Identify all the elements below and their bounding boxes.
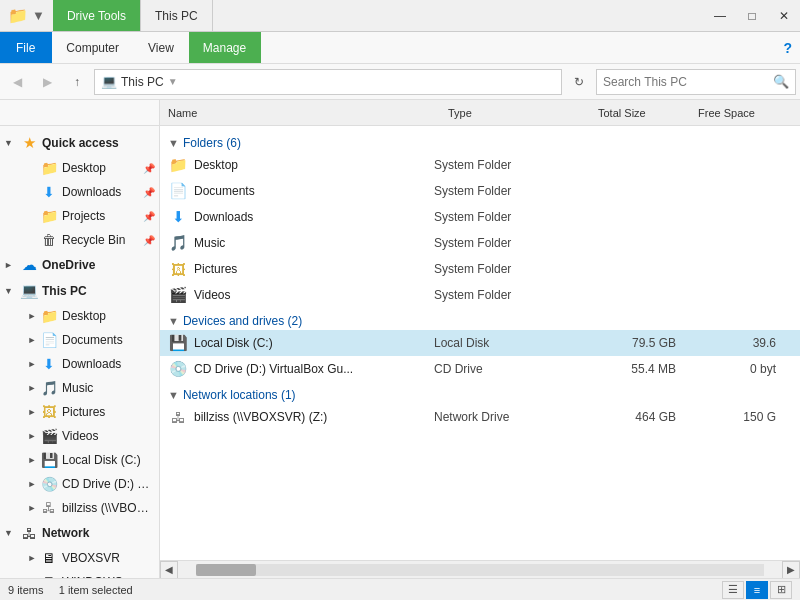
minimize-button[interactable]: — <box>704 0 736 31</box>
status-items-count: 9 items 1 item selected <box>8 584 722 596</box>
up-button[interactable]: ↑ <box>64 69 90 95</box>
tab-this-pc-title[interactable]: This PC <box>141 0 213 31</box>
path-chevron: ▼ <box>168 76 178 87</box>
local-disk-icon: 💾 <box>40 451 58 469</box>
col-header-free-space[interactable]: Free Space <box>690 100 790 125</box>
main-area: ▼ ★ Quick access 📁 Desktop 📌 ⬇ Downloads… <box>0 126 800 578</box>
forward-button[interactable]: ▶ <box>34 69 60 95</box>
cd-drive-row-name: CD Drive (D:) VirtualBox Gu... <box>194 362 434 376</box>
sidebar-item-recycle[interactable]: 🗑 Recycle Bin 📌 <box>0 228 159 252</box>
group-header-folders[interactable]: ▼ Folders (6) <box>160 130 800 152</box>
quick-access-icon: ▼ <box>32 8 45 23</box>
items-selected: 1 item selected <box>59 584 133 596</box>
search-input[interactable] <box>603 75 769 89</box>
ribbon-help-button[interactable]: ? <box>775 32 800 63</box>
pc-desktop-expand: ► <box>24 311 40 321</box>
col-header-name[interactable]: Name <box>160 100 440 125</box>
cd-expand: ► <box>24 479 40 489</box>
sidebar-item-pc-videos[interactable]: ► 🎬 Videos <box>0 424 159 448</box>
sidebar-section-this-pc[interactable]: ▼ 💻 This PC <box>0 278 159 304</box>
recycle-label: Recycle Bin <box>62 233 141 247</box>
pictures-row-icon: 🖼 <box>168 259 188 279</box>
group-header-network[interactable]: ▼ Network locations (1) <box>160 382 800 404</box>
list-item[interactable]: 📁 Desktop System Folder <box>160 152 800 178</box>
sidebar-item-windows[interactable]: ► 🖥 WINDOWS <box>0 570 159 578</box>
address-path[interactable]: 💻 This PC ▼ <box>94 69 562 95</box>
list-item[interactable]: 🖧 billziss (\\VBOXSVR) (Z:) Network Driv… <box>160 404 800 430</box>
downloads-pin: 📌 <box>143 187 155 198</box>
sidebar-item-pc-desktop[interactable]: ► 📁 Desktop <box>0 304 159 328</box>
sidebar-item-billziss[interactable]: ► 🖧 billziss (\\VBOXS... <box>0 496 159 520</box>
pc-desktop-icon: 📁 <box>40 307 58 325</box>
billziss-expand: ► <box>24 503 40 513</box>
sidebar-item-desktop[interactable]: 📁 Desktop 📌 <box>0 156 159 180</box>
sidebar-item-pc-documents[interactable]: ► 📄 Documents <box>0 328 159 352</box>
downloads-row-name: Downloads <box>194 210 434 224</box>
sidebar-section-quick-access[interactable]: ▼ ★ Quick access <box>0 130 159 156</box>
cd-drive-row-free: 0 byt <box>684 362 784 376</box>
sidebar-item-local-disk[interactable]: ► 💾 Local Disk (C:) <box>0 448 159 472</box>
sidebar-item-vboxsvr[interactable]: ► 🖥 VBOXSVR <box>0 546 159 570</box>
pc-docs-expand: ► <box>24 335 40 345</box>
folder-icon: 📁 <box>8 6 28 25</box>
group-header-devices[interactable]: ▼ Devices and drives (2) <box>160 308 800 330</box>
ribbon-manage-tab[interactable]: Manage <box>189 32 261 63</box>
list-item[interactable]: 💾 Local Disk (C:) Local Disk 79.5 GB 39.… <box>160 330 800 356</box>
view-list-button[interactable]: ☰ <box>722 581 744 599</box>
list-item[interactable]: 🎬 Videos System Folder <box>160 282 800 308</box>
col-header-type[interactable]: Type <box>440 100 590 125</box>
horizontal-scrollbar[interactable]: ◀ ▶ <box>160 560 800 578</box>
sidebar-item-pc-pictures[interactable]: ► 🖼 Pictures <box>0 400 159 424</box>
search-box[interactable]: 🔍 <box>596 69 796 95</box>
cd-drive-row-type: CD Drive <box>434 362 584 376</box>
maximize-button[interactable]: □ <box>736 0 768 31</box>
sidebar-item-projects[interactable]: 📁 Projects 📌 <box>0 204 159 228</box>
sidebar-item-pc-downloads[interactable]: ► ⬇ Downloads <box>0 352 159 376</box>
list-item[interactable]: 🖼 Pictures System Folder <box>160 256 800 282</box>
sidebar-item-cd-drive[interactable]: ► 💿 CD Drive (D:) Vir... <box>0 472 159 496</box>
hscroll-thumb[interactable] <box>196 564 256 576</box>
list-item[interactable]: ⬇ Downloads System Folder <box>160 204 800 230</box>
close-button[interactable]: ✕ <box>768 0 800 31</box>
ribbon-file-tab[interactable]: File <box>0 32 52 63</box>
desktop-pin: 📌 <box>143 163 155 174</box>
back-button[interactable]: ◀ <box>4 69 30 95</box>
ribbon-view-tab[interactable]: View <box>134 32 189 63</box>
network-icon: 🖧 <box>20 524 38 542</box>
pc-docs-icon: 📄 <box>40 331 58 349</box>
sidebar-item-downloads[interactable]: ⬇ Downloads 📌 <box>0 180 159 204</box>
vboxsvr-expand: ► <box>24 553 40 563</box>
hscroll-right-arrow[interactable]: ▶ <box>782 561 800 579</box>
ribbon-computer-tab[interactable]: Computer <box>52 32 134 63</box>
tab-drive-tools[interactable]: Drive Tools <box>53 0 141 31</box>
view-details-button[interactable]: ≡ <box>746 581 768 599</box>
devices-group-title: Devices and drives (2) <box>183 314 302 328</box>
column-headers: Name Type Total Size Free Space <box>160 100 800 126</box>
pc-downloads-label: Downloads <box>62 357 155 371</box>
status-bar: 9 items 1 item selected ☰ ≡ ⊞ <box>0 578 800 600</box>
downloads-label: Downloads <box>62 185 141 199</box>
cd-drive-row-size: 55.4 MB <box>584 362 684 376</box>
sidebar-section-onedrive[interactable]: ► ☁ OneDrive <box>0 252 159 278</box>
hscroll-left-arrow[interactable]: ◀ <box>160 561 178 579</box>
sidebar-item-pc-music[interactable]: ► 🎵 Music <box>0 376 159 400</box>
pc-pictures-expand: ► <box>24 407 40 417</box>
billziss-row-icon: 🖧 <box>168 407 188 427</box>
recycle-icon: 🗑 <box>40 231 58 249</box>
view-grid-button[interactable]: ⊞ <box>770 581 792 599</box>
local-disk-row-name: Local Disk (C:) <box>194 336 434 350</box>
pc-desktop-label: Desktop <box>62 309 155 323</box>
pc-music-expand: ► <box>24 383 40 393</box>
network-expand-icon: ▼ <box>4 528 20 538</box>
list-item[interactable]: 💿 CD Drive (D:) VirtualBox Gu... CD Driv… <box>160 356 800 382</box>
onedrive-icon: ☁ <box>20 256 38 274</box>
sidebar-section-network[interactable]: ▼ 🖧 Network <box>0 520 159 546</box>
list-item[interactable]: 📄 Documents System Folder <box>160 178 800 204</box>
status-view-controls: ☰ ≡ ⊞ <box>722 581 792 599</box>
refresh-button[interactable]: ↻ <box>566 69 592 95</box>
list-item[interactable]: 🎵 Music System Folder <box>160 230 800 256</box>
folders-chevron-icon: ▼ <box>168 137 179 149</box>
col-header-total-size[interactable]: Total Size <box>590 100 690 125</box>
local-disk-expand: ► <box>24 455 40 465</box>
pictures-row-name: Pictures <box>194 262 434 276</box>
